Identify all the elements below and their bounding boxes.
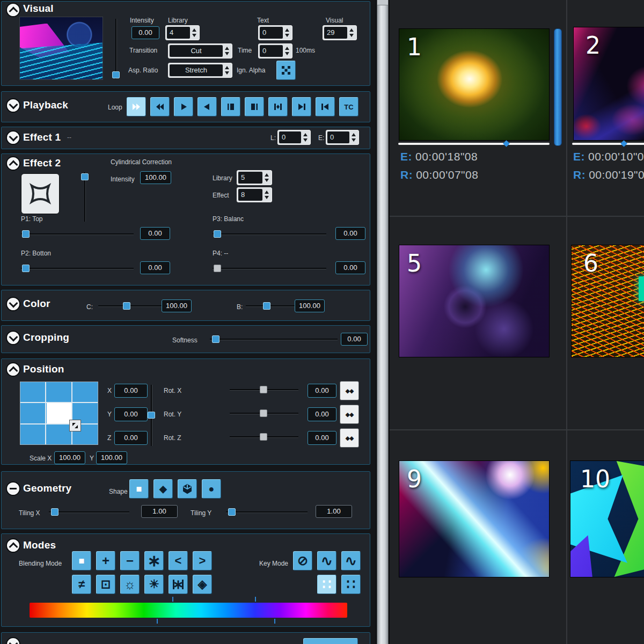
media-cell-2-progress-bar[interactable] — [572, 143, 644, 145]
p4-value[interactable]: 0.00 — [335, 261, 365, 274]
spin-up-icon[interactable] — [265, 191, 269, 194]
rot-x-value[interactable]: 0.00 — [308, 384, 336, 398]
scale-y-value[interactable]: 100.00 — [96, 451, 127, 464]
slider-handle[interactable] — [260, 409, 267, 417]
scrollbar-top-cap[interactable] — [377, 0, 388, 5]
library-spinner[interactable]: 4 — [165, 25, 200, 40]
spinner-arrows[interactable] — [223, 64, 231, 76]
slider-handle[interactable] — [22, 265, 30, 272]
collapse-toggle-playback[interactable] — [6, 98, 20, 113]
effect2-effect-spinner[interactable]: 8 — [237, 187, 272, 202]
spinner-arrows[interactable] — [223, 45, 231, 57]
media-cell-9-thumbnail[interactable]: 9 — [399, 460, 550, 577]
spin-up-icon[interactable] — [265, 173, 269, 177]
collapse-toggle-position[interactable] — [6, 362, 20, 377]
rot-x-reset-button[interactable]: ◆◆ — [340, 381, 359, 400]
rot-y-slider[interactable] — [230, 409, 298, 417]
slider-handle[interactable] — [51, 508, 58, 516]
effect2-intensity-fader[interactable] — [81, 172, 89, 222]
slider-handle[interactable] — [263, 302, 270, 310]
effect1-e-spinner[interactable]: 0 — [326, 130, 359, 145]
color-b-slider[interactable] — [246, 302, 301, 310]
tiling-y-value[interactable]: 1.00 — [316, 505, 352, 518]
spin-down-icon[interactable] — [285, 52, 289, 55]
text-spinner[interactable]: 0 — [258, 25, 292, 40]
spin-down-icon[interactable] — [225, 52, 229, 55]
color-b-value[interactable]: 100.00 — [295, 299, 325, 312]
move-handle-icon[interactable] — [69, 420, 81, 431]
collapse-toggle-effect1[interactable] — [6, 130, 20, 145]
time-value[interactable]: 0 — [260, 45, 283, 57]
effect2-library-value[interactable]: 5 — [238, 172, 262, 184]
media-cell-2-thumbnail[interactable]: 2 — [573, 27, 644, 141]
time-spinner[interactable]: 0 — [258, 43, 292, 58]
pos-z-value[interactable]: 0.00 — [114, 431, 148, 445]
panel-scrollbar[interactable] — [377, 0, 389, 644]
scale-x-value[interactable]: 100.00 — [54, 451, 85, 464]
visual-intensity-fader[interactable] — [112, 19, 120, 79]
rot-z-value[interactable]: 0.00 — [308, 431, 336, 445]
ign-alpha-button[interactable] — [276, 61, 296, 80]
spin-down-icon[interactable] — [285, 34, 289, 37]
spinner-arrows[interactable] — [347, 27, 355, 39]
blend-mask-button[interactable]: ⊡ — [96, 575, 115, 594]
blend-lighten-button[interactable]: > — [193, 551, 212, 570]
play-button[interactable] — [174, 97, 193, 116]
blend-layers-button[interactable]: ◈ — [193, 575, 212, 594]
rot-x-slider[interactable] — [230, 386, 298, 393]
effect1-l-value[interactable]: 0 — [279, 131, 301, 143]
slider-handle[interactable] — [22, 230, 30, 238]
goto-start-button[interactable] — [316, 97, 335, 116]
tiling-y-slider[interactable] — [226, 508, 308, 516]
spin-down-icon[interactable] — [265, 196, 269, 199]
color-c-value[interactable]: 100.00 — [162, 299, 192, 312]
collapse-toggle-visual[interactable] — [6, 3, 20, 17]
spin-up-icon[interactable] — [225, 47, 229, 50]
slider-handle[interactable] — [228, 508, 236, 516]
rot-y-value[interactable]: 0.00 — [308, 407, 336, 421]
slider-handle[interactable] — [212, 335, 219, 343]
effect2-library-spinner[interactable]: 5 — [237, 170, 272, 185]
p4-slider[interactable] — [213, 265, 326, 272]
key-wave-alt-button[interactable]: ∿ — [341, 551, 361, 570]
slider-handle[interactable] — [214, 230, 221, 238]
position-z-fader[interactable] — [148, 385, 155, 446]
blend-subtract-button[interactable]: − — [120, 551, 140, 570]
spin-up-icon[interactable] — [285, 47, 289, 50]
position-grid-widget[interactable] — [20, 382, 98, 445]
loop-segment-button[interactable] — [268, 97, 288, 116]
color-c-slider[interactable] — [98, 302, 166, 310]
spin-up-icon[interactable] — [192, 28, 196, 32]
tiling-x-value[interactable]: 1.00 — [141, 505, 178, 518]
play-reverse-button[interactable] — [197, 97, 217, 116]
media-cell-1-thumbnail[interactable]: 1 — [399, 28, 550, 141]
collapse-toggle-modes[interactable] — [6, 538, 20, 553]
media-cell-10-thumbnail[interactable]: 10 — [570, 460, 644, 577]
rot-y-reset-button[interactable]: ◆◆ — [340, 405, 359, 424]
spinner-arrows[interactable] — [262, 172, 270, 184]
text-value[interactable]: 0 — [260, 27, 283, 39]
p3-value[interactable]: 0.00 — [335, 227, 365, 240]
spinner-arrows[interactable] — [283, 27, 291, 39]
spin-up-icon[interactable] — [349, 28, 354, 32]
p3-slider[interactable] — [213, 230, 326, 238]
blend-darken-button[interactable]: < — [169, 551, 188, 570]
spinner-arrows[interactable] — [283, 45, 291, 57]
spin-down-icon[interactable] — [352, 138, 356, 142]
spin-up-icon[interactable] — [285, 28, 289, 32]
effect1-l-spinner[interactable]: 0 — [277, 130, 311, 145]
spectrum-tick[interactable] — [274, 619, 275, 624]
goto-end-button[interactable] — [292, 97, 311, 116]
p1-value[interactable]: 0.00 — [140, 227, 170, 240]
spinner-arrows[interactable] — [190, 27, 198, 39]
spin-down-icon[interactable] — [265, 179, 269, 182]
fader-handle[interactable] — [148, 412, 155, 419]
p2-slider[interactable] — [21, 265, 134, 272]
spin-down-icon[interactable] — [303, 138, 308, 142]
collapse-toggle-cropping[interactable] — [6, 331, 20, 345]
media-cell-1-intensity-fader[interactable] — [554, 28, 562, 146]
rot-z-reset-button[interactable]: ◆◆ — [340, 428, 359, 448]
effect2-intensity-value[interactable]: 100.00 — [140, 171, 171, 184]
softness-value[interactable]: 0.00 — [341, 333, 368, 346]
intensity-value[interactable]: 0.00 — [131, 26, 159, 39]
